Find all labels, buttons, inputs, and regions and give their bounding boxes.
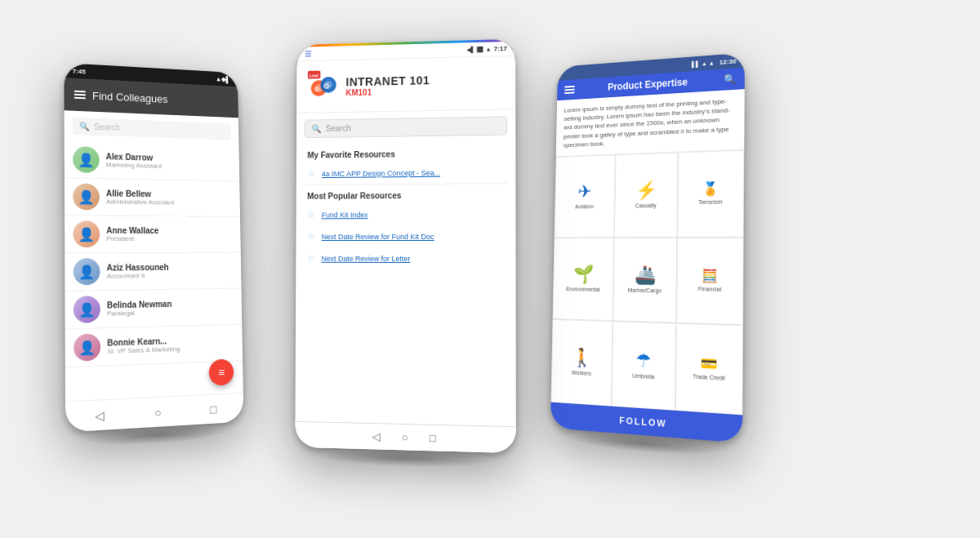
center-status-time: 7:17 — [494, 44, 507, 51]
trade-credit-label: Trade Credit — [693, 373, 725, 380]
contact-role-allie: Administrative Assistant — [106, 198, 233, 207]
logo-title: INTRANET 101 — [345, 73, 430, 87]
pop-star-2: ☆ — [307, 252, 315, 263]
contact-info-allie: Allie Bellew Administrative Assistant — [106, 189, 233, 207]
center-back-icon[interactable]: ◁ — [372, 430, 381, 442]
popular-item-2[interactable]: ☆ Next Date Review for Letter — [296, 247, 515, 269]
avatar-aziz: 👤 — [74, 258, 100, 285]
center-home-icon[interactable]: ○ — [402, 431, 408, 443]
avatar-allie: 👤 — [73, 183, 100, 210]
umbrella-label: Umbrella — [632, 372, 654, 380]
expertise-marine[interactable]: 🚢 Marine/Cargo — [612, 237, 677, 322]
pop-star-0: ☆ — [307, 209, 315, 220]
expertise-terrorism[interactable]: 🏅 Terrorism — [677, 149, 744, 237]
favorites-list: ☆ 4a IMC APP Design Concept - Sea... — [296, 160, 516, 184]
casualty-label: Casualty — [635, 202, 657, 208]
favorite-item-0[interactable]: ☆ 4a IMC APP Design Concept - Sea... — [296, 160, 516, 184]
contact-anne[interactable]: 👤 Anne Wallace President — [65, 216, 241, 253]
favorite-link-0[interactable]: 4a IMC APP Design Concept - Sea... — [322, 168, 440, 177]
fab-button[interactable]: ≡ — [209, 358, 234, 385]
popular-link-2[interactable]: Next Date Review for Letter — [321, 254, 410, 262]
back-icon[interactable]: ◁ — [95, 408, 104, 422]
avatar-bonnie: 👤 — [74, 333, 100, 361]
center-recents-icon[interactable]: □ — [430, 431, 436, 443]
avatar-anne: 👤 — [73, 220, 100, 247]
workers-icon: 🚶 — [572, 348, 592, 367]
right-status-time: 12:30 — [719, 56, 737, 65]
expertise-trade-credit[interactable]: 💳 Trade Credit — [675, 322, 743, 414]
contact-belinda[interactable]: 👤 Belinda Newman Paralegal — [65, 288, 242, 329]
pop-star-1: ☆ — [307, 231, 315, 242]
casualty-icon: ⚡ — [635, 181, 657, 199]
follow-label: FOLLOW — [619, 415, 667, 429]
recents-icon[interactable]: □ — [210, 402, 216, 416]
workers-label: Workers — [572, 369, 591, 376]
contact-info-anne: Anne Wallace President — [106, 225, 233, 242]
environmental-icon: 🌱 — [572, 265, 593, 283]
svg-text:⚙: ⚙ — [314, 86, 320, 93]
contacts-list: 👤 Alex Darrow Marketing Assistant 👤 Alli… — [65, 140, 243, 367]
contact-aziz[interactable]: 👤 Aziz Hassouneh Accountant II — [65, 252, 241, 291]
popular-link-1[interactable]: Next Date Review for Fund Kit Doc — [322, 232, 434, 240]
left-search-bar: 🔍 Search — [73, 117, 231, 140]
contact-info-alex: Alex Darrow Marketing Assistant — [106, 152, 232, 171]
expertise-environmental[interactable]: 🌱 Environmental — [553, 237, 614, 321]
aviation-label: Aviation — [575, 203, 594, 209]
center-status-icons: ◀▌ ⬛ ▲ 7:17 — [467, 44, 507, 52]
expertise-umbrella[interactable]: ☂ Umbrella — [612, 321, 676, 410]
right-menu-icon[interactable] — [564, 85, 575, 93]
contact-alex[interactable]: 👤 Alex Darrow Marketing Assistant — [65, 140, 239, 181]
favorites-header: My Favorite Resources — [296, 141, 515, 162]
terrorism-label: Terrorism — [698, 198, 723, 205]
contact-info-aziz: Aziz Hassouneh Accountant II — [107, 262, 234, 279]
contact-role-anne: President — [106, 234, 233, 242]
financial-icon: 🧮 — [702, 269, 719, 282]
popular-link-0[interactable]: Fund Kit Index — [322, 210, 368, 218]
intranet-logo-svg: ⚙ ⚙ Lead — [308, 69, 340, 102]
center-search-input[interactable]: Search — [326, 121, 500, 132]
expertise-casualty[interactable]: ⚡ Casualty — [614, 152, 678, 237]
contact-info-bonnie: Bonnie Kearn... Sr. VP Sales & Marketing — [107, 334, 234, 354]
center-search-bar: 🔍 Search — [305, 116, 507, 138]
terrorism-icon: 🏅 — [702, 182, 719, 196]
right-phone: ▌▌ ▲ ▲ 12:30 Product Expertise 🔍 Lorem i… — [550, 52, 745, 442]
popular-item-1[interactable]: ☆ Next Date Review for Fund Kit Doc — [296, 225, 515, 247]
left-menu-icon[interactable] — [74, 90, 86, 99]
aviation-icon: ✈ — [577, 183, 591, 201]
center-bottom-nav: ◁ ○ □ — [295, 420, 515, 452]
logo-text: INTRANET 101 KM101 — [345, 73, 430, 96]
expertise-grid: ✈ Aviation ⚡ Casualty 🏅 Terrorism 🌱 E — [550, 149, 744, 415]
contact-name-aziz: Aziz Hassouneh — [107, 262, 234, 272]
logo-subtitle: KM101 — [345, 86, 430, 96]
popular-item-0[interactable]: ☆ Fund Kit Index — [296, 202, 516, 225]
intranet-logo-area: ⚙ ⚙ Lead INTRANET 101 KM101 — [296, 56, 515, 113]
svg-text:⚙: ⚙ — [323, 81, 330, 90]
expertise-financial[interactable]: 🧮 Financial — [676, 237, 744, 325]
right-search-icon[interactable]: 🔍 — [724, 73, 736, 85]
financial-label: Financial — [698, 286, 722, 292]
center-status-left-icon: ☰ — [305, 49, 312, 58]
contact-role-aziz: Accountant II — [107, 271, 234, 280]
left-search-input[interactable]: Search — [94, 122, 225, 136]
trade-credit-icon: 💳 — [701, 356, 718, 371]
popular-header: Most Popular Resources — [296, 184, 516, 204]
contact-allie[interactable]: 👤 Allie Bellew Administrative Assistant — [65, 178, 240, 217]
right-status-icons: ▌▌ ▲ ▲ 12:30 — [692, 56, 737, 67]
home-icon[interactable]: ○ — [154, 405, 162, 419]
star-icon-0: ☆ — [307, 168, 315, 179]
expertise-workers[interactable]: 🚶 Workers — [550, 319, 612, 406]
left-status-icons: ▲◆▌ — [216, 75, 230, 83]
contact-info-belinda: Belinda Newman Paralegal — [107, 298, 234, 317]
left-phone: 7:45 ▲◆▌ Find Colleagues 🔍 Search — [64, 63, 243, 432]
left-app-title: Find Colleagues — [92, 89, 229, 108]
contact-name-anne: Anne Wallace — [106, 225, 233, 235]
marine-icon: 🚢 — [634, 265, 655, 283]
left-status-time: 7:45 — [73, 67, 86, 75]
avatar-belinda: 👤 — [74, 296, 100, 323]
environmental-label: Environmental — [566, 286, 599, 292]
marine-label: Marine/Cargo — [628, 287, 662, 293]
expertise-aviation[interactable]: ✈ Aviation — [555, 154, 616, 238]
popular-list: ☆ Fund Kit Index ☆ Next Date Review for … — [296, 202, 515, 269]
umbrella-icon: ☂ — [635, 351, 652, 370]
left-search-icon: 🔍 — [79, 122, 89, 131]
